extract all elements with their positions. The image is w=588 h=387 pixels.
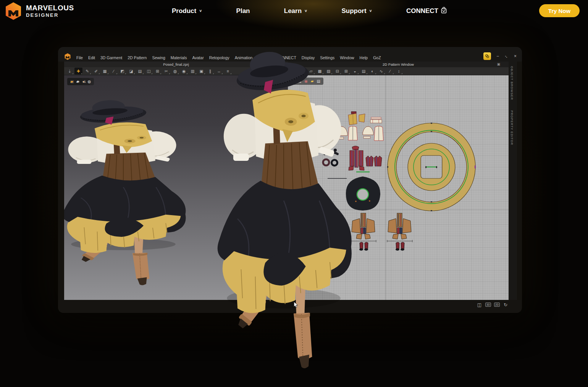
view-2d-toggle[interactable]: 2D [494,303,500,307]
nav-label-connect: CONNECT [406,7,438,15]
menu-item[interactable]: Avatar [192,55,204,60]
fold-tool-icon[interactable]: ◩ [118,68,126,74]
pin-ball-tool-icon[interactable]: ◍ [171,68,179,74]
target-tool-icon[interactable]: ◉ [180,68,188,74]
pattern-gray-icon[interactable]: ▰ [76,80,79,84]
pen-tool-icon[interactable]: ✎ [83,68,91,74]
pattern-boot-left[interactable] [351,213,376,251]
garment-3d-small [64,96,189,287]
drape-tool-icon[interactable]: ◪ [127,68,135,74]
texture-tool-icon[interactable]: ▩ [316,68,324,74]
menu-item[interactable]: Animation [235,55,253,60]
nav-item-learn[interactable]: Learn ∨ [284,7,307,15]
popout-window-icon[interactable]: ▣ [497,62,500,66]
pleat-tool-icon[interactable]: ◐ [368,68,376,74]
rails-tool-icon[interactable]: ∥ [206,68,214,74]
split-view-icon[interactable]: ◫ [477,303,482,307]
shopping-bag-icon [441,7,447,13]
tab-property-editor[interactable]: PROPERTY EDITOR [510,110,514,145]
mouse-cursor [294,302,298,308]
minimize-button[interactable]: − [496,54,499,58]
notch-tool-icon[interactable]: ▨ [325,68,333,74]
close-button[interactable]: × [514,54,517,58]
menu-item[interactable]: Window [340,55,354,60]
menu-item[interactable]: File [76,55,83,60]
menu-item[interactable]: CONNECT [276,55,296,60]
view-3d-toggle[interactable]: 3D [485,303,491,307]
grid-tool-icon[interactable]: ⊞ [153,68,162,74]
stylus-icon[interactable]: ∕ [294,79,295,83]
nav-item-product[interactable]: Product ∨ [172,7,202,15]
pattern-circle-pieces[interactable] [387,123,476,211]
sphere-view-icon[interactable]: ◍ [87,80,91,84]
pattern-blouse-pieces[interactable] [335,126,383,141]
shirt-white-icon[interactable]: ▤ [298,79,301,83]
project-title-bar: Posed_final.zprj [64,62,288,67]
menu-item[interactable]: Help [360,55,368,60]
pattern-yellow-icon[interactable]: ▰ [311,79,314,83]
edit-pattern-tool-icon[interactable]: △ [298,68,306,74]
side-tab-strip: OBJECT BROWSER PROPERTY EDITOR [509,62,517,300]
pattern-boot-right[interactable] [387,213,412,251]
menu-item[interactable]: Edit [88,55,95,60]
transform-pattern-tool-icon[interactable]: ◣ [289,68,297,74]
nav-item-connect[interactable]: CONNECT [406,7,447,15]
hatch-tool-icon[interactable]: ▥ [189,68,197,74]
polygon-tool-icon[interactable]: ▱ [307,68,315,74]
menu-item[interactable]: Display [302,55,315,60]
simulate-tool-icon[interactable]: ⇣ [66,68,74,74]
menu-item[interactable]: 3D Garment [100,55,122,60]
frame-tool-icon[interactable]: ▣ [197,68,205,74]
pattern-kerchief-pieces[interactable] [348,112,382,125]
pattern-hat-crown-piece[interactable] [346,176,380,211]
pattern-window-header[interactable]: 2D Pattern Window ▣ [288,62,509,67]
shirt-export-icon[interactable]: ▤ [317,79,320,83]
flip-tool-icon[interactable]: ↕ [395,68,403,74]
wave-tool-icon[interactable]: ∿ [377,68,385,74]
fabric-tool-icon[interactable]: ▦ [101,68,109,74]
menu-item[interactable]: GoZ [373,55,381,60]
chevron-down-icon: ∨ [199,9,202,13]
brand-logo-text: MARVELOUS DESIGNER [26,4,74,18]
nav-item-plan[interactable]: Plan [236,7,250,15]
brand-subtitle: DESIGNER [26,13,74,18]
shirt-tool-icon[interactable]: ▤ [360,68,368,74]
viewport-2d-pattern[interactable]: ∕▤◉▰▤ [288,75,509,300]
main-nav: Product ∨ Plan Learn ∨ Support ∨ CONNECT [164,0,454,22]
menu-item[interactable]: Settings [320,55,334,60]
head-view-icon[interactable]: ● [82,80,84,84]
viewport-3d[interactable]: ◆◆ ▤✎♟ ▰▰●◍ [64,75,288,300]
pin-tool-icon[interactable]: ∕ [110,68,118,74]
menu-item[interactable]: Sewing [152,55,165,60]
brush-tool-icon[interactable]: ✐ [92,68,100,74]
pattern-corset-pieces[interactable] [349,146,382,170]
nav-item-support[interactable]: Support ∨ [341,7,372,15]
quickbar-2d: ∕▤◉▰▤ [291,78,323,85]
menu-item[interactable]: Retopology [209,55,229,60]
line-tool-icon[interactable]: ∕ [386,68,394,74]
pattern-colored-icon[interactable]: ▰ [70,80,73,84]
project-title: Posed_final.zprj [163,62,189,66]
menu-item[interactable]: Materials [171,55,187,60]
sync-view-icon[interactable]: ↻ [503,303,508,307]
tab-object-browser[interactable]: OBJECT BROWSER [510,66,514,100]
alert-badge-icon[interactable]: ◉ [304,79,308,83]
titlebar-right: − ↔ × [483,52,517,60]
menu-item[interactable]: Render [258,55,271,60]
move-tool-icon[interactable]: ✚ [74,68,82,74]
connect-badge-icon[interactable] [483,52,491,60]
dart-tool-icon[interactable]: ◒ [351,68,359,74]
panel-tool-icon[interactable]: ◫ [145,68,153,74]
menu-item[interactable]: 2D Pattern [128,55,147,60]
scissors-tool-icon[interactable]: ✂ [162,68,170,74]
app-bottombar: ◫ 3D 2D ↻ [58,300,522,313]
garment-tool-icon[interactable]: ▤ [136,68,144,74]
seam-tool-icon[interactable]: ⊟ [333,68,341,74]
maximize-button[interactable]: ↔ [504,53,510,59]
brand-logo[interactable]: MARVELOUS DESIGNER [5,2,74,20]
pattern-accessory-pieces[interactable] [323,149,338,166]
measure-tool-icon[interactable]: ↔ [215,68,223,74]
try-now-button[interactable]: Try Now [539,4,580,17]
grading-tool-icon[interactable]: ⊞ [342,68,350,74]
avatar-tool-icon[interactable]: ≡ [224,68,232,74]
